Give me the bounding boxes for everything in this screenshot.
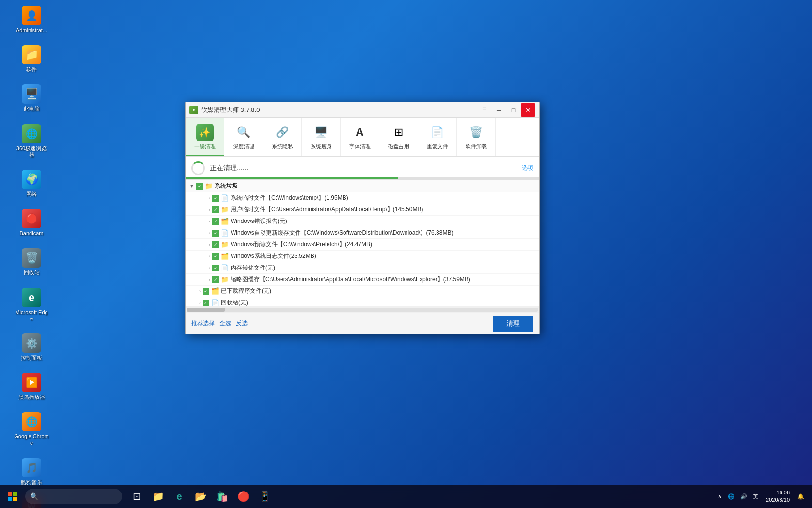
item-label: 内存转储文件(无) [231,264,275,272]
taskbar-clock[interactable]: 16:06 2020/8/10 [762,489,794,504]
item-chevron: › [199,289,201,294]
computer-icon: 🖥️ [22,84,41,104]
taskbar-search[interactable]: 🔍 [25,489,122,504]
taskbar-taskview[interactable]: ⊡ [126,486,147,507]
file-list-item[interactable]: ›✓🗂️已下载程序文件(无) [186,286,539,297]
content-area: ▼ ✓ 📁 系统垃圾 ›✓📄系统临时文件【C:\Windows\temp\】(1… [186,180,539,313]
item-checkbox[interactable]: ✓ [203,300,209,306]
taskbar-bandicam[interactable]: 🔴 [233,486,254,507]
taskbar-store[interactable]: 🛍️ [211,486,233,507]
item-file-icon: 📁 [221,206,229,213]
taskbar-app6[interactable]: 📱 [254,486,275,507]
toolbar-one-click[interactable]: ✨ 一键清理 [186,118,224,156]
item-label: 用户临时文件【C:\Users\Administrator\AppData\Lo… [231,206,423,214]
item-chevron: › [209,207,210,212]
file-list-item[interactable]: ›✓📁缩略图缓存【C:\Users\Administrator\AppData\… [186,274,539,286]
item-chevron: › [209,266,210,270]
item-file-icon: 📄 [211,299,219,306]
edge-icon: e [22,288,41,307]
desktop-icon-network[interactable]: 🌍 网络 [12,168,51,199]
section-checkbox[interactable]: ✓ [196,183,203,190]
clock-time: 16:06 [766,489,790,496]
section-chevron: ▼ [189,183,194,189]
tray-volume[interactable]: 🔊 [738,492,749,501]
section-header-system-trash[interactable]: ▼ ✓ 📁 系统垃圾 [186,180,539,192]
reverse-link[interactable]: 反选 [236,319,248,328]
window-title: 软媒清理大师 3.7.8.0 [201,106,477,114]
recommend-link[interactable]: 推荐选择 [191,319,215,328]
desktop-icon-kudog[interactable]: 🎵 酷狗音乐 [12,456,51,488]
start-button[interactable] [2,486,23,507]
desktop-icon-blackbird[interactable]: ▶️ 黑鸟播放器 [12,371,51,402]
file-list-item[interactable]: ›✓📁Windows预读文件【C:\Windows\Prefetch\】(24.… [186,239,539,251]
slim-icon: 🖥️ [312,124,330,141]
desktop-icon-panel[interactable]: ⚙️ 控制面板 [12,332,51,363]
toolbar-slim[interactable]: 🖥️ 系统瘦身 [302,118,341,156]
toolbar-disk[interactable]: ⊞ 磁盘占用 [379,118,418,156]
file-list-item[interactable]: ›✓📄系统临时文件【C:\Windows\temp\】(1.95MB) [186,192,539,204]
file-list-item[interactable]: ›✓🗂️Windows错误报告(无) [186,216,539,227]
file-list-item[interactable]: ›✓📁用户临时文件【C:\Users\Administrator\AppData… [186,204,539,216]
item-checkbox[interactable]: ✓ [212,195,219,202]
file-list-item[interactable]: ›✓📄内存转储文件(无) [186,262,539,274]
taskview-icon: ⊡ [133,491,141,502]
item-checkbox[interactable]: ✓ [212,253,219,260]
item-chevron: › [209,254,210,259]
file-list-item[interactable]: ›✓🗂️Windows系统日志文件(23.52MB) [186,251,539,262]
all-link[interactable]: 全选 [219,319,231,328]
file-list-item[interactable]: ›✓📄回收站(无) [186,297,539,306]
desktop-icon-edge[interactable]: e Microsoft Edge [12,286,51,324]
desktop-icon-recover[interactable]: 🗑️ 回收站 [12,246,51,278]
toolbar-font[interactable]: A 字体清理 [341,118,379,156]
item-checkbox[interactable]: ✓ [212,218,219,225]
desktop-icon-computer[interactable]: 🖥️ 此电脑 [12,82,51,114]
status-option-link[interactable]: 选项 [522,164,533,172]
bottom-bar: 推荐选择 全选 反选 清理 [186,313,539,334]
toolbar-deep-clean[interactable]: 🔍 深度清理 [224,118,263,156]
desktop-icon-360[interactable]: 🌐 360极速浏览器 [12,122,51,160]
taskbar-explorer[interactable]: 📁 [147,486,169,507]
desktop-icon-chrome[interactable]: 🌐 Google Chrome [12,410,51,448]
horizontal-scrollbar[interactable] [186,306,539,313]
clean-button[interactable]: 清理 [493,316,533,332]
tray-arrow[interactable]: ∧ [716,492,724,501]
desktop-icon-admin[interactable]: 👤 Administrat... [12,4,51,35]
desktop-icon-bandicam[interactable]: 🔴 Bandicam [12,207,51,238]
item-file-icon: 📄 [221,264,229,271]
file-list-item[interactable]: ›✓📄Windows自动更新缓存文件【C:\Windows\SoftwareDi… [186,227,539,239]
panel-icon: ⚙️ [22,333,41,353]
desktop-icon-soft[interactable]: 📁 软件 [12,43,51,75]
repeat-icon: 📄 [429,124,446,141]
taskbar-file-manager[interactable]: 📂 [190,486,211,507]
item-checkbox[interactable]: ✓ [212,265,219,271]
item-checkbox[interactable]: ✓ [212,241,219,248]
soft-folder-icon: 📁 [22,45,41,64]
app-window: ✦ 软媒清理大师 3.7.8.0 ☰ ─ □ ✕ ✨ 一键清理 🔍 深度清理 🔗 [185,102,540,334]
tray-network[interactable]: 🌐 [726,492,736,501]
item-label: 已下载程序文件(无) [221,287,271,295]
item-checkbox[interactable]: ✓ [203,288,209,295]
minimize-button[interactable]: ─ [492,103,506,117]
item-checkbox[interactable]: ✓ [212,206,219,213]
one-click-icon: ✨ [196,124,214,141]
taskbar-edge[interactable]: e [169,486,190,507]
status-text: 正在清理...... [210,164,517,173]
file-list-items: ›✓📄系统临时文件【C:\Windows\temp\】(1.95MB)›✓📁用户… [186,192,539,306]
progress-bar-container [186,177,539,179]
item-checkbox[interactable]: ✓ [212,230,219,237]
close-button[interactable]: ✕ [521,103,535,117]
window-controls: ☰ ─ □ ✕ [477,103,535,117]
blackbird-icon: ▶️ [22,373,41,392]
taskbar-tray: ∧ 🌐 🔊 英 16:06 2020/8/10 🔔 [716,489,810,504]
toolbar-privacy[interactable]: 🔗 系统隐私 [263,118,302,156]
tray-notification[interactable]: 🔔 [796,492,806,501]
toolbar-repeat[interactable]: 📄 重复文件 [418,118,457,156]
chrome-icon: 🌐 [22,412,41,431]
toolbar-uninstall[interactable]: 🗑️ 软件卸载 [457,118,496,156]
maximize-button[interactable]: □ [506,103,521,117]
menu-button[interactable]: ☰ [477,103,492,117]
tray-ime[interactable]: 英 [751,492,760,501]
file-list[interactable]: ▼ ✓ 📁 系统垃圾 ›✓📄系统临时文件【C:\Windows\temp\】(1… [186,180,539,306]
network-icon: 🌍 [22,170,41,189]
item-checkbox[interactable]: ✓ [212,276,219,283]
